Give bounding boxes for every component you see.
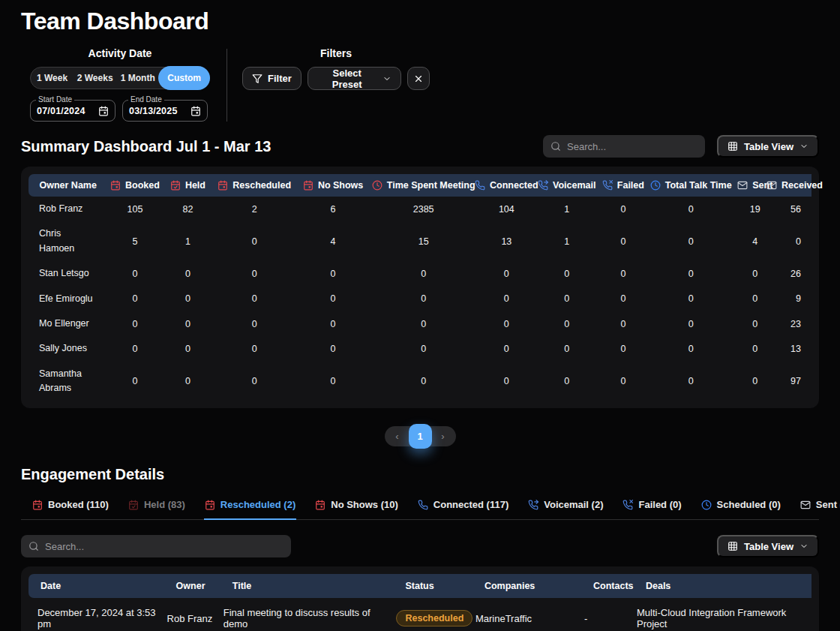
engagement-tab[interactable]: Held (83) (128, 492, 186, 520)
calendar-icon (218, 180, 228, 191)
summary-table-row: Efe Emiroglu 0 0 0 0 0 0 0 0 0 0 9 (28, 287, 812, 311)
activity-range-option[interactable]: 2 Weeks (74, 68, 116, 89)
held-cell: 1 (163, 221, 214, 261)
summary-column-header: Received (778, 174, 812, 197)
summary-column-header: Voicemail (537, 174, 597, 197)
section-divider (226, 49, 227, 122)
end-date-label: End Date (128, 95, 164, 104)
received-cell: 0 (778, 221, 812, 261)
phone-voicemail-icon (538, 180, 548, 191)
search-icon (28, 541, 39, 551)
connected-cell: 0 (476, 336, 536, 361)
engagement-column-header: Companies (472, 574, 581, 598)
no-shows-cell: 0 (296, 287, 370, 311)
engagement-table-view-label: Table View (744, 541, 794, 552)
calendar-check-icon (128, 500, 139, 510)
engagement-column-header: Owner (164, 574, 220, 598)
clock-icon (372, 180, 382, 191)
engagement-card: Date Owner Title Status (21, 566, 819, 631)
calendar-icon[interactable] (190, 106, 201, 116)
held-cell: 0 (163, 311, 214, 336)
failed-cell: 0 (597, 362, 650, 401)
activity-range-option[interactable]: 1 Month (116, 68, 159, 89)
total-talk-time-cell: 0 (650, 311, 733, 336)
engagement-table-view-button[interactable]: Table View (717, 535, 819, 557)
activity-range-option[interactable]: 1 Week (31, 68, 74, 89)
engagement-column-header: Contacts (581, 574, 634, 598)
clear-filters-button[interactable] (407, 67, 430, 90)
owner-name-cell: Rob Franz (28, 197, 107, 221)
booked-cell: 5 (107, 221, 162, 261)
no-shows-cell: 0 (296, 336, 370, 361)
engagement-tab[interactable]: Scheduled (0) (700, 492, 782, 520)
engagement-tools: Table View (21, 535, 819, 557)
engagement-tab[interactable]: Connected (117) (417, 492, 509, 520)
booked-cell: 0 (107, 287, 162, 311)
voicemail-cell: 0 (537, 336, 597, 361)
engagement-search-input[interactable] (45, 541, 284, 552)
engagement-tab[interactable]: Rescheduled (2) (204, 492, 296, 520)
summary-column-header: Connected (476, 174, 536, 197)
no-shows-cell: 0 (296, 311, 370, 336)
engagement-tab[interactable]: Failed (0) (622, 492, 682, 520)
activity-date-section: Activity Date 1 Week 2 Weeks 1 Month Cus… (30, 47, 210, 122)
calendar-icon (205, 500, 215, 510)
received-cell: 13 (778, 336, 812, 361)
failed-cell: 0 (597, 287, 650, 311)
summary-column-header: Total Talk Time (650, 174, 733, 197)
failed-cell: 0 (597, 197, 650, 221)
engagement-tab[interactable]: Voicemail (2) (527, 492, 604, 520)
engagement-tab[interactable]: No Shows (10) (314, 492, 399, 520)
pagination-page-1-button[interactable]: 1 (409, 424, 432, 449)
connected-cell: 13 (476, 221, 536, 261)
filters-row: Filter Select Preset (242, 67, 430, 90)
engagement-tab[interactable]: Sent (23) (800, 492, 840, 520)
rescheduled-cell: 0 (213, 221, 296, 261)
calendar-icon[interactable] (98, 106, 109, 116)
owner-name-cell: Mo Ellenger (28, 311, 107, 336)
rescheduled-cell: 0 (213, 261, 296, 286)
engagement-date-cell: December 17, 2024 at 3:53 pm (28, 598, 164, 631)
engagement-tabs: Booked (110) Held (83) Rescheduled (2) N… (21, 492, 819, 520)
summary-column-header: Failed (597, 174, 650, 197)
held-cell: 82 (163, 197, 214, 221)
pagination-next-button[interactable]: › (434, 431, 453, 442)
held-cell: 0 (163, 261, 214, 286)
engagement-column-header: Deals (634, 574, 812, 598)
booked-cell: 105 (107, 197, 162, 221)
summary-column-header: Held (163, 174, 214, 197)
summary-table-row: Mo Ellenger 0 0 0 0 0 0 0 0 0 0 23 (28, 311, 812, 336)
engagement-column-header: Status (393, 574, 472, 598)
no-shows-cell: 6 (296, 197, 370, 221)
summary-table-view-button[interactable]: Table View (717, 135, 819, 158)
end-date-field[interactable]: End Date 03/13/2025 (122, 100, 208, 122)
voicemail-cell: 0 (537, 311, 597, 336)
pagination-prev-button[interactable]: ‹ (388, 431, 407, 442)
grid-icon (728, 541, 738, 551)
total-talk-time-cell: 0 (650, 197, 733, 221)
sent-cell: 0 (732, 336, 778, 361)
end-date-value: 03/13/2025 (129, 106, 178, 116)
time-spent-meeting-cell: 0 (370, 336, 476, 361)
booked-cell: 0 (107, 311, 162, 336)
controls-bar: Activity Date 1 Week 2 Weeks 1 Month Cus… (21, 47, 819, 122)
engagement-table: Date Owner Title Status (28, 574, 812, 631)
activity-range-option[interactable]: Custom (158, 66, 210, 90)
connected-cell: 0 (476, 287, 536, 311)
start-date-field[interactable]: Start Date 07/01/2024 (30, 100, 116, 122)
clock-icon (650, 180, 661, 191)
select-preset-dropdown[interactable]: Select Preset (308, 67, 401, 90)
phone-icon (418, 500, 428, 510)
engagement-tab[interactable]: Booked (110) (32, 492, 110, 520)
received-cell: 97 (778, 362, 812, 401)
owner-name-cell: Sally Jones (28, 336, 107, 361)
summary-search-input[interactable] (567, 141, 698, 152)
voicemail-cell: 0 (537, 287, 597, 311)
start-date-value: 07/01/2024 (37, 106, 86, 116)
filter-button[interactable]: Filter (242, 67, 302, 90)
engagement-table-row[interactable]: December 17, 2024 at 3:53 pm Rob Franz F… (28, 598, 812, 631)
summary-table-row: Rob Franz 105 82 2 6 2385 104 1 0 0 19 5… (28, 197, 812, 221)
status-badge: Rescheduled (396, 610, 472, 626)
time-spent-meeting-cell: 15 (370, 221, 476, 261)
rescheduled-cell: 0 (213, 311, 296, 336)
